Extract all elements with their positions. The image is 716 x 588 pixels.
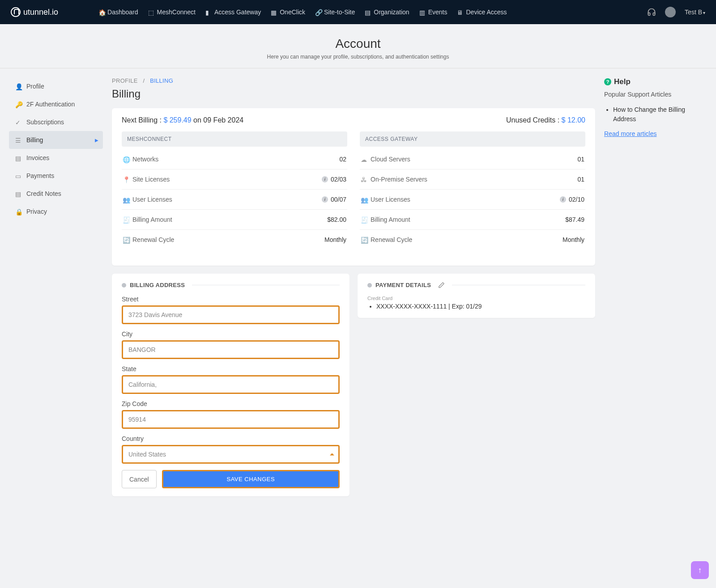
page-title: Account [0, 37, 716, 51]
user-name-text: Test B [685, 8, 702, 16]
sidebar-item-billing[interactable]: ☰Billing [9, 131, 103, 149]
user-menu[interactable]: Test B▾ [685, 8, 705, 16]
sidebar-credit-notes-label: Credit Notes [26, 190, 61, 197]
sidebar-item-credit-notes[interactable]: ▤Credit Notes [9, 185, 103, 203]
gateway-panel: ACCESS GATEWAY ☁Cloud Servers 01 🖧On-Pre… [360, 131, 585, 250]
next-billing-amount: $ 259.49 [163, 116, 191, 124]
nav-dashboard[interactable]: 🏠Dashboard [98, 8, 138, 16]
mesh-amount-value: $82.00 [327, 216, 346, 223]
unused-credits: Unused Credits : $ 12.00 [506, 116, 585, 124]
sidebar-item-privacy[interactable]: 🔒Privacy [9, 203, 103, 220]
edit-icon[interactable] [438, 282, 445, 288]
next-billing-label: Next Billing : [122, 116, 162, 124]
nav-oneclick[interactable]: ▦OneClick [271, 8, 305, 16]
credits-label: Unused Credits : [506, 116, 559, 124]
nav-device-access[interactable]: 🖥Device Access [457, 8, 507, 16]
logo-icon [11, 7, 21, 17]
nav-access-gateway-label: Access Gateway [214, 8, 261, 16]
check-circle-icon: ✓ [15, 119, 22, 126]
breadcrumb-root[interactable]: PROFILE [112, 77, 138, 84]
users-icon: 👥 [123, 196, 129, 203]
calendar-icon: ▥ [419, 9, 426, 15]
save-changes-button[interactable]: SAVE CHANGES [162, 470, 340, 488]
info-icon[interactable]: i [322, 176, 328, 182]
home-icon: 🏠 [98, 9, 105, 15]
breadcrumb-sep: / [143, 77, 145, 84]
topbar-right: Test B▾ [647, 7, 705, 17]
nav-meshconnect[interactable]: ⬚MeshConnect [148, 8, 196, 16]
sidebar-billing-label: Billing [26, 136, 43, 144]
mesh-cycle-value: Monthly [324, 236, 346, 243]
country-label: Country [122, 435, 340, 442]
nav-events[interactable]: ▥Events [419, 8, 448, 16]
nav-access-gateway[interactable]: ▮Access Gateway [205, 8, 261, 16]
mesh-header: MESHCONNECT [122, 131, 347, 147]
gateway-onprem-label: On-Premise Servers [371, 176, 427, 183]
sidebar-item-payments[interactable]: ▭Payments [9, 167, 103, 185]
gateway-cycle-row: 🔄Renewal Cycle Monthly [360, 230, 585, 250]
nav-organization[interactable]: ▤Organization [365, 8, 409, 16]
user-icon: 👤 [15, 83, 22, 90]
help-sidebar: ?Help Popular Support Articles How to Ch… [604, 68, 707, 504]
state-input[interactable] [122, 375, 340, 394]
page-header: Account Here you can manage your profile… [0, 24, 716, 68]
mesh-user-row: 👥User Licenses i00/07 [122, 190, 347, 210]
zip-input[interactable] [122, 410, 340, 429]
street-input[interactable] [122, 305, 340, 324]
sidebar-item-subscriptions[interactable]: ✓Subscriptions [9, 113, 103, 131]
gateway-user-row: 👥User Licenses i02/10 [360, 190, 585, 210]
sidebar-invoices-label: Invoices [26, 154, 49, 161]
sidebar-item-invoices[interactable]: ▤Invoices [9, 149, 103, 167]
support-icon[interactable] [647, 8, 656, 17]
logo[interactable]: utunnel.io [11, 7, 58, 17]
mesh-site-value: 02/03 [331, 176, 346, 183]
receipt-icon: 🧾 [123, 216, 129, 223]
dot-icon [367, 283, 372, 288]
billing-summary-card: Next Billing : $ 259.49 on 09 Feb 2024 U… [112, 108, 595, 266]
zip-label: Zip Code [122, 400, 340, 407]
mesh-user-label: User Licenses [132, 196, 172, 203]
country-select[interactable] [122, 445, 340, 464]
nav-organization-label: Organization [374, 8, 409, 16]
city-label: City [122, 330, 340, 338]
avatar[interactable] [665, 7, 676, 17]
info-icon[interactable]: i [560, 196, 566, 203]
payment-details-card: PAYMENT DETAILS Credit Card XXXX-XXXX-XX… [358, 274, 595, 318]
billing-address-title-text: BILLING ADDRESS [130, 282, 185, 288]
street-label: Street [122, 296, 340, 303]
gateway-cloud-label: Cloud Servers [371, 156, 410, 163]
gateway-cloud-value: 01 [577, 156, 584, 163]
grid-icon: ▦ [271, 9, 277, 15]
mesh-icon: ⬚ [148, 9, 154, 15]
info-icon[interactable]: i [322, 196, 328, 203]
sidebar-profile-label: Profile [26, 83, 44, 90]
monitor-icon: 🖥 [457, 9, 463, 15]
gateway-amount-label: Billing Amount [371, 216, 410, 223]
mesh-amount-row: 🧾Billing Amount $82.00 [122, 210, 347, 230]
key-icon: 🔑 [15, 101, 22, 108]
gateway-amount-value: $87.49 [565, 216, 584, 223]
lock-icon: 🔒 [15, 208, 22, 215]
help-article-1[interactable]: How to Change the Billing Address [613, 105, 707, 124]
top-nav: 🏠Dashboard ⬚MeshConnect ▮Access Gateway … [98, 8, 647, 16]
sidebar-subscriptions-label: Subscriptions [26, 118, 64, 126]
nav-site-to-site-label: Site-to-Site [324, 8, 355, 16]
sidebar-privacy-label: Privacy [26, 208, 47, 215]
sidebar-item-2fa[interactable]: 🔑2F Authentication [9, 95, 103, 113]
gateway-user-value: 02/10 [569, 196, 584, 203]
gateway-onprem-row: 🖧On-Premise Servers 01 [360, 169, 585, 190]
read-more-link[interactable]: Read more articles [604, 130, 657, 137]
cancel-button[interactable]: Cancel [122, 470, 157, 488]
note-icon: ▤ [15, 190, 22, 197]
sidebar-item-profile[interactable]: 👤Profile [9, 77, 103, 95]
gateway-cloud-row: ☁Cloud Servers 01 [360, 149, 585, 169]
help-title-text: Help [614, 77, 631, 86]
help-title: ?Help [604, 77, 707, 86]
breadcrumb-current: BILLING [150, 77, 173, 84]
gateway-user-label: User Licenses [371, 196, 410, 203]
mesh-cycle-label: Renewal Cycle [132, 236, 174, 243]
city-input[interactable] [122, 340, 340, 359]
meshconnect-panel: MESHCONNECT 🌐Networks 02 📍Site Licenses … [122, 131, 347, 250]
nav-site-to-site[interactable]: 🔗Site-to-Site [315, 8, 355, 16]
gateway-cycle-label: Renewal Cycle [371, 236, 412, 243]
